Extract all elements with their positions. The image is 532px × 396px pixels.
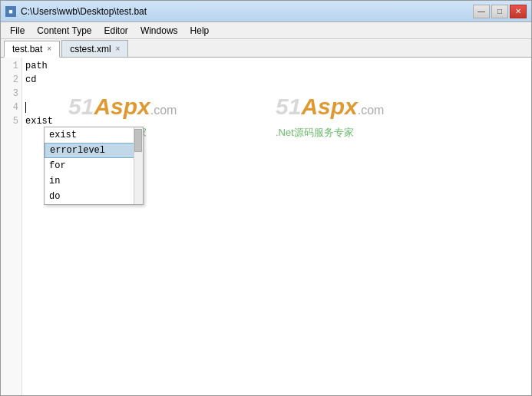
line-num-5: 5 [1, 114, 18, 128]
code-line-3 [25, 87, 528, 101]
code-text-2: cd [25, 73, 36, 87]
line-num-3: 3 [1, 87, 18, 101]
menu-file[interactable]: File [4, 24, 31, 38]
minimize-button[interactable]: — [473, 5, 490, 18]
line-num-1: 1 [1, 59, 18, 73]
tab-cstest-xml[interactable]: cstest.xml × [61, 40, 128, 57]
tab-cstest-xml-close[interactable]: × [116, 45, 121, 53]
autocomplete-item-errorlevel[interactable]: errorlevel [45, 143, 143, 158]
menu-windows[interactable]: Windows [134, 24, 184, 38]
code-content[interactable]: path cd exist exist errorlevel for in do [22, 58, 531, 395]
autocomplete-item-in[interactable]: in [45, 173, 143, 189]
line-num-4: 4 [1, 101, 18, 114]
menu-editor[interactable]: Editor [98, 24, 134, 38]
tab-test-bat[interactable]: test.bat × [4, 41, 60, 58]
line-numbers: 1 2 3 4 5 [1, 58, 22, 395]
autocomplete-scroll-thumb[interactable] [134, 129, 142, 152]
tabbar: test.bat × cstest.xml × [1, 39, 531, 58]
title-bar: ■ C:\Users\wwb\Desktop\test.bat — □ ✕ [1, 1, 531, 22]
autocomplete-dropdown[interactable]: exist errorlevel for in do [44, 127, 144, 205]
text-cursor [25, 102, 26, 113]
title-bar-controls: — □ ✕ [473, 5, 527, 18]
tab-test-bat-close[interactable]: × [47, 45, 51, 53]
window-title: C:\Users\wwb\Desktop\test.bat [21, 6, 147, 17]
maximize-button[interactable]: □ [491, 5, 508, 18]
window-icon: ■ [5, 6, 16, 17]
code-line-4 [25, 101, 528, 114]
code-text-1: path [25, 59, 48, 73]
tab-cstest-xml-label: cstest.xml [70, 44, 111, 54]
menu-help[interactable]: Help [184, 24, 216, 38]
main-window: ■ C:\Users\wwb\Desktop\test.bat — □ ✕ Fi… [0, 0, 532, 396]
code-line-2: cd [25, 73, 528, 87]
menu-content-type[interactable]: Content Type [31, 24, 97, 38]
title-bar-left: ■ C:\Users\wwb\Desktop\test.bat [5, 6, 147, 17]
autocomplete-scrollbar[interactable] [134, 127, 143, 204]
close-button[interactable]: ✕ [510, 5, 527, 18]
line-num-2: 2 [1, 73, 18, 87]
code-line-1: path [25, 59, 528, 73]
autocomplete-item-for[interactable]: for [45, 158, 143, 173]
tab-test-bat-label: test.bat [12, 44, 42, 54]
autocomplete-item-exist[interactable]: exist [45, 127, 143, 143]
autocomplete-item-do[interactable]: do [45, 189, 143, 204]
menubar: File Content Type Editor Windows Help [1, 22, 531, 39]
editor-area[interactable]: 1 2 3 4 5 path cd exist e [1, 58, 531, 395]
